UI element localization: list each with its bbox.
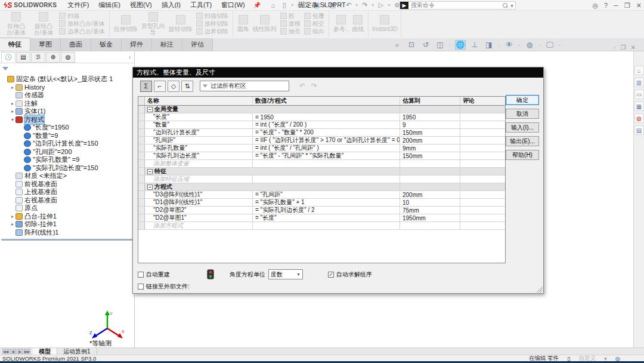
column-header-name[interactable]: 名称 bbox=[145, 97, 253, 105]
user-account-icon[interactable]: ◎ bbox=[592, 2, 598, 10]
select-icon[interactable]: ▷ bbox=[376, 1, 386, 10]
tree-expand-icon[interactable]: ▸ bbox=[10, 222, 16, 227]
rollback-bar[interactable] bbox=[1, 239, 133, 241]
tree-item[interactable]: 固定条 (默认<<默认>_显示状态 1 bbox=[0, 75, 134, 84]
ribbon-button[interactable]: 边界切除 bbox=[194, 27, 230, 35]
cell-name[interactable]: "边到孔计算长度" bbox=[145, 129, 253, 136]
tree-item[interactable]: 上视基准面 bbox=[0, 188, 134, 196]
table-row[interactable]: "D1@阵列(线性)1"= "实际孔数量" + 110 bbox=[138, 199, 505, 207]
ribbon-button[interactable]: 放样切除 bbox=[194, 20, 230, 27]
tree-item[interactable]: "边到孔计算长度"=150 bbox=[0, 140, 134, 148]
cell-name[interactable]: "D2@草图1" bbox=[145, 214, 253, 222]
cell-formula[interactable]: = int ( "长度" / "孔间距" ) bbox=[253, 144, 400, 152]
table-section-row[interactable]: −特征 bbox=[138, 168, 505, 176]
cell-formula[interactable]: = 1950 bbox=[253, 113, 400, 121]
tree-item[interactable]: 右视基准面 bbox=[0, 196, 134, 205]
cell-comment[interactable] bbox=[460, 121, 505, 128]
ribbon-button[interactable]: 扫描切除 bbox=[194, 12, 230, 20]
cell-formula[interactable]: = "实际孔到边长度" / 2 bbox=[253, 207, 400, 214]
menu-item[interactable]: 视图(V) bbox=[125, 0, 157, 10]
table-section-row[interactable]: −全局变量 bbox=[138, 106, 505, 113]
filter-input[interactable]: 过滤所有栏区 bbox=[200, 81, 289, 91]
tab-dimxpert[interactable]: ⊕ bbox=[46, 52, 60, 63]
equation-view-icon[interactable]: Σ bbox=[140, 81, 152, 92]
menu-item[interactable]: 文件(F) bbox=[63, 0, 94, 10]
table-row[interactable]: "D3@阵列(线性)1"= "孔间距"200mm bbox=[138, 191, 505, 199]
tree-item[interactable]: "数量"=9 bbox=[0, 132, 134, 140]
cell-name[interactable]: "长度" bbox=[145, 113, 253, 121]
tree-item[interactable]: "实际孔数量" =9 bbox=[0, 156, 134, 164]
tab-featuremanager-tree[interactable]: 🕓 bbox=[1, 52, 16, 63]
table-row[interactable]: "D2@草图2"= "实际孔到边长度" / 275mm bbox=[138, 207, 505, 214]
dialog-button[interactable]: 输入(I)... bbox=[506, 122, 539, 133]
cell-formula[interactable]: = int ( "长度" / 200 ) bbox=[253, 121, 400, 128]
cell-comment[interactable] bbox=[460, 137, 505, 144]
tab-display-manager[interactable]: ◍ bbox=[61, 52, 75, 63]
taskpane-folder-icon[interactable]: ▭ bbox=[634, 90, 644, 99]
cell-name[interactable]: "孔间距" bbox=[145, 137, 253, 144]
taskpane-custom-props-icon[interactable]: ▤ bbox=[634, 125, 644, 135]
ribbon-button[interactable]: 曲线 bbox=[350, 12, 366, 36]
dialog-title-bar[interactable]: 方程式、整体变量、及尺寸 bbox=[133, 67, 543, 78]
table-section-row[interactable]: −方程式 bbox=[138, 183, 505, 191]
pin-icon[interactable]: 📌 bbox=[250, 2, 264, 8]
tree-item[interactable]: "孔间距"=200 bbox=[0, 148, 134, 156]
command-tab[interactable]: 曲面 bbox=[61, 38, 91, 51]
dialog-button[interactable]: 输出(E)... bbox=[506, 136, 539, 146]
cell-name[interactable]: "D1@阵列(线性)1" bbox=[145, 199, 253, 206]
tree-expand-icon[interactable]: ▸ bbox=[10, 85, 16, 90]
ribbon-button[interactable]: 旋转凸台/基体 bbox=[30, 12, 57, 36]
command-tab[interactable]: 标注 bbox=[152, 38, 182, 51]
command-tab[interactable]: 焊件 bbox=[122, 38, 152, 51]
normal-to-icon[interactable]: ⊥ bbox=[469, 40, 480, 50]
search-flyout-icon[interactable]: ▶ bbox=[400, 2, 408, 9]
ribbon-button[interactable]: 镜向 bbox=[302, 27, 326, 35]
taskpane-home-icon[interactable]: ⌂ bbox=[634, 66, 644, 75]
tree-expand-icon[interactable]: ▸ bbox=[10, 101, 16, 106]
tab-last-icon[interactable]: ▶▶ bbox=[24, 349, 30, 354]
doc-restore-icon[interactable]: ❐ bbox=[621, 44, 626, 51]
previous-view-icon[interactable]: ↺ bbox=[420, 40, 431, 50]
ribbon-button[interactable]: 异型孔向导 bbox=[140, 12, 167, 36]
cell-formula[interactable]: = "长度" - "孔间距" * "实际孔数量" bbox=[253, 152, 400, 159]
tree-item[interactable]: ▾方程式 bbox=[0, 116, 134, 124]
menu-item[interactable]: 工具(T) bbox=[185, 0, 216, 10]
table-placeholder-row[interactable]: 添加整体变量 bbox=[138, 160, 505, 168]
sheet-tab[interactable]: 运动算例1 bbox=[57, 348, 97, 355]
display-style-icon[interactable]: ◨ bbox=[484, 40, 494, 50]
doc-close-icon[interactable]: ✕ bbox=[631, 44, 636, 51]
undo-icon[interactable]: ↶ bbox=[299, 82, 305, 90]
command-tab[interactable]: 评估 bbox=[182, 38, 213, 51]
table-row[interactable]: "实际孔数量"= int ( "长度" / "孔间距" )9mm bbox=[138, 144, 505, 152]
doc-minimize-icon[interactable]: ▫ bbox=[614, 44, 616, 51]
tree-item[interactable]: 传感器 bbox=[0, 91, 134, 100]
search-icon[interactable] bbox=[502, 2, 508, 8]
ribbon-button[interactable]: 扫描 bbox=[57, 12, 107, 20]
cell-comment[interactable] bbox=[460, 144, 505, 152]
close-icon[interactable]: ✕ bbox=[636, 2, 642, 10]
tab-property-manager[interactable]: ▤ bbox=[16, 52, 30, 63]
ribbon-button[interactable]: 拔模 bbox=[278, 20, 302, 27]
taskpane-appearances-icon[interactable]: ◍ bbox=[634, 113, 644, 123]
redo-icon[interactable]: ↷ bbox=[311, 82, 317, 90]
command-tab[interactable]: 草图 bbox=[30, 38, 61, 51]
cell-name[interactable]: "数量" bbox=[145, 121, 253, 128]
auto-solve-checkbox[interactable] bbox=[328, 272, 334, 278]
menu-item[interactable]: 插入(I) bbox=[157, 0, 185, 10]
link-external-checkbox[interactable] bbox=[138, 284, 144, 290]
command-search[interactable]: ▶ 搜索命令 ▾ bbox=[400, 1, 516, 10]
angle-unit-select[interactable]: 度数 ▼ bbox=[268, 269, 303, 279]
tree-item[interactable]: 前视基准面 bbox=[0, 180, 134, 189]
dialog-button[interactable]: 取消 bbox=[506, 109, 539, 119]
panel-expand-icon[interactable]: › bbox=[129, 54, 131, 60]
dialog-button[interactable]: 帮助(H) bbox=[506, 150, 539, 160]
dimension-view-icon[interactable]: ⌐ bbox=[154, 81, 166, 92]
help-icon[interactable]: ? bbox=[604, 2, 608, 9]
tree-item[interactable]: ▸实体(1) bbox=[0, 107, 134, 116]
ribbon-button[interactable]: 边界凸台/基体 bbox=[57, 27, 107, 35]
command-tab[interactable]: 特征 bbox=[0, 38, 30, 51]
ribbon-button[interactable]: 线性阵列 bbox=[251, 12, 278, 36]
tree-item[interactable]: 阵列(线性)1 bbox=[0, 229, 134, 237]
command-tab[interactable]: 钣金 bbox=[91, 38, 122, 51]
taskpane-3dmodels-icon[interactable]: ▥ bbox=[634, 78, 644, 87]
